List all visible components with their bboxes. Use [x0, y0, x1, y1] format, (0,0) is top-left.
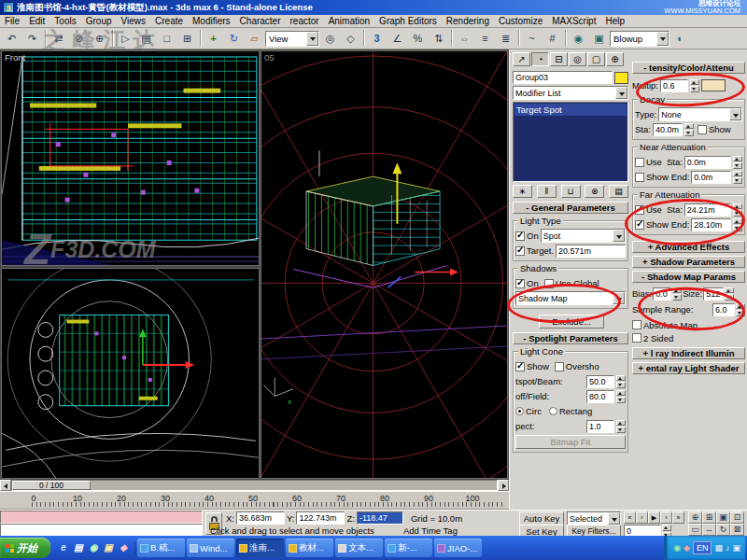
far-start-spinner[interactable] — [733, 203, 742, 217]
taskbar-item-1[interactable]: B.稿... — [137, 539, 185, 557]
zoom-all-icon[interactable]: ⊞ — [702, 511, 716, 524]
near-use-checkbox[interactable] — [635, 158, 644, 167]
menu-group[interactable]: Group — [81, 16, 117, 26]
two-sided-checkbox[interactable] — [632, 333, 641, 343]
make-unique-icon[interactable]: ⊔ — [561, 185, 581, 198]
viewport-camera-label[interactable]: 05 — [264, 52, 275, 63]
language-indicator[interactable]: EN — [693, 541, 712, 554]
reference-coordinate-dropdown[interactable]: View — [265, 31, 319, 47]
mirror-icon[interactable]: ⇔ — [455, 29, 474, 48]
redo-icon[interactable]: ↷ — [22, 29, 42, 48]
sample-range-spinner[interactable] — [736, 303, 745, 316]
menu-create[interactable]: Create — [150, 16, 188, 26]
angle-snap-icon[interactable]: ∠ — [388, 29, 407, 48]
rollout-mr-light-shader[interactable]: ental ray Light Shader — [632, 362, 745, 374]
pan-icon[interactable]: ↔ — [702, 524, 716, 536]
tray-icon-5[interactable]: ▣ — [732, 543, 740, 553]
rollout-intensity-color-attenuation[interactable]: tensity/Color/Attenu — [632, 62, 745, 74]
quick-launch-icon-5[interactable]: ◆ — [117, 541, 130, 554]
stack-item-target-spot[interactable]: Target Spot — [514, 104, 627, 116]
near-start-spinner[interactable] — [733, 156, 742, 169]
far-end-spinner[interactable] — [733, 218, 742, 231]
render-type-dropdown[interactable]: Blowup — [610, 31, 669, 47]
overshoot-checkbox[interactable] — [555, 362, 564, 371]
y-coordinate-field[interactable]: 122.743m — [296, 511, 345, 525]
sample-range-field[interactable]: 6.0 — [712, 303, 735, 316]
arc-rotate-icon[interactable]: ↻ — [716, 524, 730, 536]
modifier-list-dropdown[interactable]: Modifier List — [513, 86, 628, 100]
remove-modifier-icon[interactable]: ⊗ — [585, 185, 604, 198]
taskbar-item-7[interactable]: JIAO-... — [434, 539, 482, 557]
light-type-dropdown[interactable]: Spot — [541, 229, 626, 243]
go-end-icon[interactable]: » — [672, 511, 684, 524]
listener-script-row[interactable] — [0, 524, 203, 537]
menu-graph-editors[interactable]: Graph Editors — [374, 16, 442, 26]
material-editor-icon[interactable]: ◉ — [569, 29, 588, 48]
targeted-checkbox[interactable] — [515, 246, 525, 256]
layer-manager-icon[interactable]: ≣ — [496, 29, 515, 48]
menu-maxscript[interactable]: MAXScript — [547, 16, 600, 26]
chevron-down-icon[interactable] — [613, 292, 625, 304]
quick-launch-icon-4[interactable]: ▣ — [102, 541, 115, 554]
tray-icon-3[interactable]: ▦ — [714, 543, 723, 553]
start-button[interactable]: 开始 — [0, 538, 50, 558]
falloff-spinner[interactable] — [616, 390, 626, 403]
time-slider[interactable]: 0 / 100 — [12, 481, 91, 490]
maxscript-mini-listener[interactable] — [0, 511, 203, 537]
time-slider-track[interactable]: 0 / 100 — [0, 480, 509, 491]
quick-render-icon[interactable]: ◐ — [670, 29, 690, 48]
z-coordinate-field[interactable]: -118.47 — [357, 511, 403, 525]
zoom-extents-all-icon[interactable]: ⊡ — [730, 511, 744, 524]
modifier-stack[interactable]: Target Spot — [513, 102, 628, 182]
spinner-snap-icon[interactable]: ⇅ — [429, 29, 448, 48]
menu-reactor[interactable]: reactor — [286, 16, 324, 26]
chevron-down-icon[interactable] — [306, 32, 318, 46]
use-pivot-icon[interactable]: ◎ — [320, 29, 340, 48]
tray-icon-1[interactable]: ◉ — [673, 543, 681, 553]
rollout-spotlight-parameters[interactable]: Spotlight Parameters — [513, 332, 628, 344]
size-spinner[interactable] — [725, 287, 734, 301]
decay-start-field[interactable]: 40.0m — [653, 123, 683, 136]
select-by-name-icon[interactable]: ▤ — [136, 29, 156, 48]
light-on-checkbox[interactable] — [515, 231, 525, 241]
auto-key-button[interactable]: Auto Key — [519, 511, 564, 525]
far-use-checkbox[interactable] — [635, 205, 644, 215]
prev-frame-icon[interactable]: ‹ — [636, 511, 648, 524]
far-start-field[interactable]: 24.21m — [684, 203, 731, 217]
select-scale-icon[interactable]: ▱ — [245, 29, 264, 48]
target-distance-field[interactable]: 20.571m — [556, 245, 626, 258]
menu-file[interactable]: File — [0, 16, 24, 26]
track-bar[interactable]: 0 10 20 30 40 50 60 70 80 90 100 — [0, 491, 509, 510]
viewport-front[interactable]: Front — [1, 50, 260, 266]
zoom-region-icon[interactable]: ▭ — [688, 524, 702, 536]
menu-modifiers[interactable]: Modifiers — [188, 16, 235, 26]
bind-spacewarp-icon[interactable]: ⊕ — [90, 29, 109, 48]
menu-tools[interactable]: Tools — [49, 16, 80, 26]
zoom-icon[interactable]: ⊕ — [688, 511, 702, 524]
curve-editor-icon[interactable]: ~ — [522, 29, 542, 48]
taskbar-item-6[interactable]: 新-... — [385, 539, 432, 557]
near-start-field[interactable]: 0.0m — [684, 156, 731, 169]
taskbar-item-4[interactable]: 教材... — [286, 539, 333, 557]
menu-views[interactable]: Views — [117, 16, 151, 26]
bias-field[interactable]: 0.0 — [653, 287, 671, 301]
aspect-field[interactable]: 1.0 — [586, 420, 614, 433]
circle-radio[interactable] — [515, 407, 524, 415]
far-end-field[interactable]: 28.10m — [691, 218, 731, 231]
x-coordinate-field[interactable]: 36.683m — [236, 511, 285, 525]
tab-utilities-icon[interactable]: ⊕ — [606, 52, 624, 66]
aspect-spinner[interactable] — [616, 420, 626, 433]
rollout-advanced-effects[interactable]: Advanced Effects — [632, 241, 745, 253]
light-color-swatch[interactable] — [701, 79, 726, 91]
taskbar-item-3[interactable]: 淮南... — [236, 539, 284, 557]
near-end-field[interactable]: 0.0m — [691, 171, 731, 184]
schematic-view-icon[interactable]: # — [543, 29, 562, 48]
snap-toggle-icon[interactable]: 3 — [367, 29, 387, 48]
near-end-spinner[interactable] — [733, 171, 742, 184]
taskbar-item-2[interactable]: Wind... — [187, 539, 234, 557]
window-crossing-icon[interactable]: ⊞ — [177, 29, 197, 48]
chevron-down-icon[interactable] — [615, 87, 627, 99]
bias-spinner[interactable] — [672, 287, 682, 301]
configure-modifier-sets-icon[interactable]: ▤ — [609, 185, 628, 198]
rollout-mr-indirect-illumination[interactable]: l ray Indirect Illumin — [632, 347, 745, 359]
